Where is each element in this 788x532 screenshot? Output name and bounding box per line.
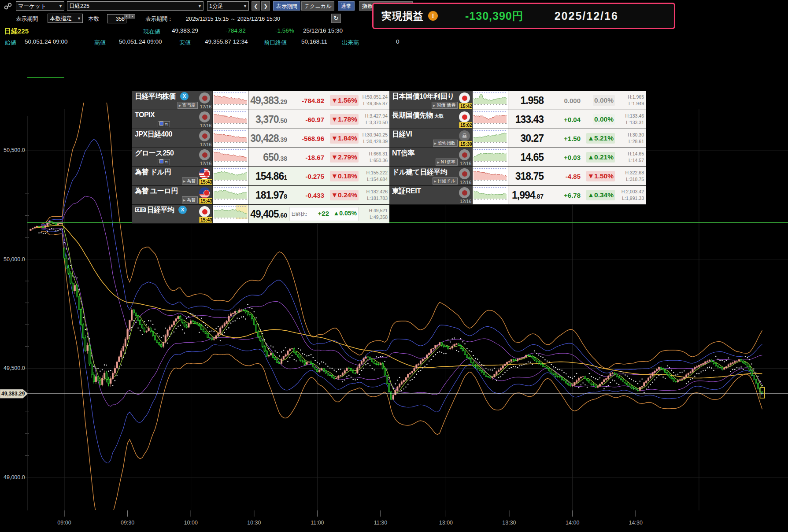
candle-body bbox=[439, 343, 440, 345]
display-period-button[interactable]: 表示期間 bbox=[273, 1, 300, 11]
market-row-TOPIX[interactable]: TOPIX Y!12/163,370.50-60.97▼1.78%H:3,427… bbox=[132, 110, 389, 129]
market-row-日経平均[interactable]: CFD日経平均X15:4349,405.60日経比:+22▲0.05%H:49,… bbox=[132, 205, 389, 224]
candle-body bbox=[240, 310, 242, 310]
sar-dot bbox=[133, 320, 135, 321]
sar-dot bbox=[329, 368, 331, 369]
sar-dot bbox=[553, 366, 554, 368]
symbol-select[interactable]: 日経225▼ bbox=[67, 1, 203, 11]
interval-select[interactable]: 1分足▼ bbox=[207, 1, 249, 11]
candle-body bbox=[274, 358, 276, 360]
count-down-spinner[interactable]: ▼ bbox=[124, 14, 129, 18]
candle-body bbox=[489, 377, 491, 378]
sar-dot bbox=[127, 345, 128, 346]
sparkline-cell[interactable] bbox=[472, 110, 508, 129]
sparkline-cell[interactable] bbox=[472, 148, 508, 166]
sparkline-cell[interactable] bbox=[212, 91, 248, 110]
prev-button[interactable]: ❮ bbox=[252, 1, 260, 11]
candle-body bbox=[536, 360, 537, 361]
sparkline-cell[interactable] bbox=[212, 205, 248, 223]
sparkline-cell[interactable] bbox=[212, 167, 248, 185]
candle-body bbox=[625, 382, 626, 383]
candle-body bbox=[344, 371, 345, 373]
quote-time-badge: 12/16 bbox=[199, 142, 212, 147]
candle-body bbox=[34, 227, 35, 228]
count-up-spinner[interactable]: ▲ bbox=[129, 14, 135, 18]
market-row-日本国債10年利回り[interactable]: 日本国債10年利回り▶ 国債 債券15:421.9580.0000.00%H:1… bbox=[389, 91, 646, 110]
sparkline-cell[interactable] bbox=[472, 129, 508, 148]
candle-body bbox=[287, 351, 289, 355]
next-button[interactable]: ❯ bbox=[261, 1, 270, 11]
sparkline-cell[interactable] bbox=[472, 186, 508, 204]
technical-button[interactable]: テクニカル bbox=[301, 1, 334, 11]
market-row-日経VI[interactable]: 日経VI▶ 恐怖指数☠15:3930.27+1.50▲5.21%H:30.30L… bbox=[389, 129, 646, 148]
candle-body bbox=[618, 377, 619, 378]
sar-dot bbox=[551, 364, 552, 365]
sar-dot bbox=[64, 242, 65, 243]
candle-body bbox=[93, 375, 94, 382]
price-change: +0.03 bbox=[564, 154, 581, 161]
candle-body bbox=[70, 273, 71, 283]
warning-icon[interactable]: ! bbox=[428, 11, 438, 21]
market-row-ドル建て日経平均[interactable]: ドル建て日経平均▶ 日経ドル12/16318.75-4.85▼1.50%H:32… bbox=[389, 167, 646, 186]
market-row-東証REIT[interactable]: 東証REIT12/161,994.87+6.78▲0.34%H:2,003.42… bbox=[389, 186, 646, 205]
market-row-為替 ドル円[interactable]: 為替 ドル円▶ 為替15:43154.861-0.275▼0.18%H:155.… bbox=[132, 167, 389, 186]
sar-dot bbox=[755, 372, 757, 373]
candle-body bbox=[525, 355, 527, 357]
sar-dot bbox=[641, 378, 643, 380]
count-mode-select[interactable]: 本数指定▼ bbox=[48, 14, 83, 23]
yahoo-badge[interactable]: Y! bbox=[158, 121, 170, 127]
sparkline-cell[interactable] bbox=[212, 110, 248, 129]
reset-period-button[interactable]: ↻ bbox=[331, 14, 341, 23]
sub-category-badge[interactable]: ▶ 国債 債券 bbox=[432, 102, 458, 109]
sar-dot bbox=[576, 373, 577, 374]
candle-body bbox=[380, 363, 381, 365]
yahoo-badge[interactable]: Y! bbox=[158, 159, 170, 165]
sub-category-badge[interactable]: ▶ 日経ドル bbox=[433, 177, 458, 185]
sar-dot bbox=[131, 327, 133, 328]
candle-body bbox=[445, 347, 447, 347]
sar-dot bbox=[469, 350, 470, 351]
sparkline-cell[interactable] bbox=[472, 167, 508, 185]
market-row-JPX日経400[interactable]: JPX日経40012/1630,428.39-568.96▼1.84%H:30,… bbox=[132, 129, 389, 148]
sar-dot bbox=[403, 388, 404, 390]
sar-dot bbox=[199, 332, 200, 333]
market-row-為替 ユーロ円[interactable]: 為替 ユーロ円▶ 為替15:43181.978-0.433▼0.24%H:182… bbox=[132, 186, 389, 205]
market-row-日経平均株価[interactable]: 日経平均株価X▶ 寄与度12/1649,383.29-784.82▼1.56%H… bbox=[132, 91, 389, 110]
sparkline-cell[interactable] bbox=[472, 91, 508, 110]
candle-body bbox=[91, 364, 92, 375]
change-pct-value: -1.56% bbox=[275, 27, 294, 34]
candle-body bbox=[502, 366, 503, 368]
sar-dot bbox=[659, 375, 660, 376]
x-social-icon[interactable]: X bbox=[178, 206, 187, 214]
candle-body bbox=[433, 348, 434, 349]
sub-category-badge[interactable]: ▶ 寄与度 bbox=[178, 102, 198, 109]
candle-body bbox=[127, 329, 128, 339]
sar-dot bbox=[481, 364, 483, 365]
sub-category-badge[interactable]: ▶ 為替 bbox=[182, 177, 198, 185]
sar-dot bbox=[418, 371, 419, 372]
candle-body bbox=[588, 380, 590, 383]
sub-category-badge[interactable]: ▶ 恐怖指数 bbox=[433, 140, 458, 147]
candle-body bbox=[59, 223, 61, 224]
candle-body bbox=[593, 384, 594, 385]
normal-button[interactable]: 通常 bbox=[338, 1, 355, 11]
sparkline-cell[interactable] bbox=[212, 148, 248, 166]
market-select[interactable]: マーケット▼ bbox=[16, 1, 64, 11]
market-row-グロース250[interactable]: グロース250 Y!12/16650.38-18.67▼2.79%H:666.3… bbox=[132, 148, 389, 167]
sparkline-cell[interactable] bbox=[212, 129, 248, 148]
instrument-icons: 12/16 bbox=[199, 110, 212, 129]
market-row-NT倍率[interactable]: NT倍率▶ NT倍率12/1614.65+0.03▲0.21%H:14.65L:… bbox=[389, 148, 646, 167]
candle-body bbox=[222, 325, 223, 328]
candle-body bbox=[266, 351, 267, 356]
sub-category-badge[interactable]: ▶ NT倍率 bbox=[436, 159, 458, 166]
candle-body bbox=[230, 314, 231, 316]
candle-body bbox=[66, 258, 67, 268]
last-price: 14.65 bbox=[520, 151, 544, 163]
sar-dot bbox=[285, 347, 286, 348]
sub-category-badge[interactable]: ▶ 為替 bbox=[182, 196, 198, 203]
sparkline-cell[interactable] bbox=[212, 186, 248, 204]
sar-dot bbox=[243, 316, 244, 318]
sar-dot bbox=[728, 358, 729, 359]
market-row-長期国債先物[interactable]: 長期国債先物 大取15:02133.43+0.040.00%H:133.46L:… bbox=[389, 110, 646, 129]
x-social-icon[interactable]: X bbox=[180, 92, 189, 100]
